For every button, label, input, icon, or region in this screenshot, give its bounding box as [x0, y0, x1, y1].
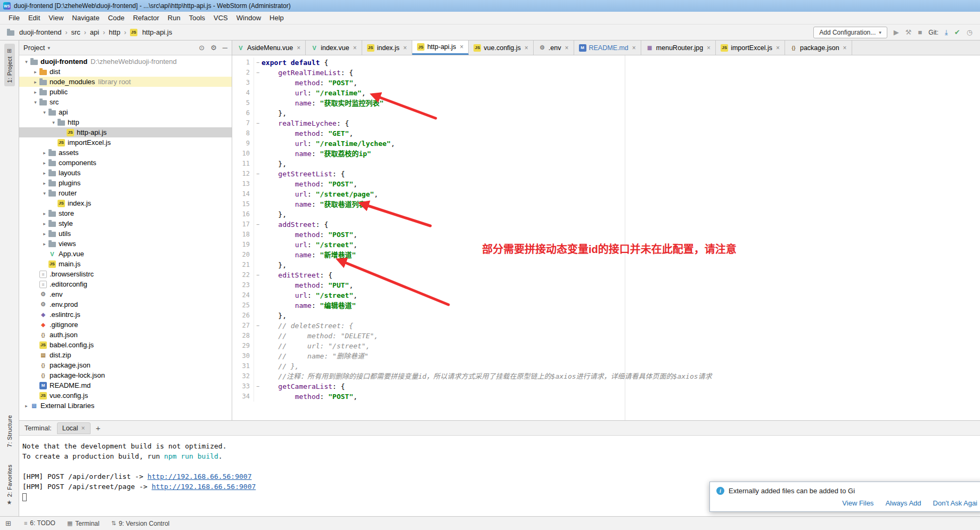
stop-icon[interactable]: ■	[918, 28, 922, 36]
menu-file[interactable]: File	[4, 12, 24, 23]
tab-http-api-js[interactable]: JShttp-api.js×	[412, 40, 469, 55]
breadcrumb-http[interactable]: http	[107, 27, 122, 37]
tree-item-env-prod[interactable]: ⚙.env.prod	[19, 299, 232, 309]
fold-marker-icon[interactable]: −	[254, 381, 262, 392]
git-commit-icon[interactable]: ✔	[954, 28, 960, 36]
tree-item-vue-config-js[interactable]: JSvue.config.js	[19, 390, 232, 401]
tree-item-external-libraries[interactable]: ▸▤External Libraries	[19, 401, 232, 411]
chevron-expanded-icon[interactable]: ▾	[31, 100, 39, 105]
terminal-tab-local[interactable]: Local ×	[57, 422, 91, 434]
tab-index-vue[interactable]: Vindex.vue×	[306, 40, 362, 55]
tree-item-assets[interactable]: ▸assets	[19, 148, 232, 158]
fold-marker-icon[interactable]: −	[254, 58, 262, 68]
breadcrumb-duoji-frontend[interactable]: duoji-frontend	[5, 27, 63, 37]
statusbar-6-todo[interactable]: ≡6: TODO	[24, 519, 55, 527]
tree-item-babel-config-js[interactable]: JSbabel.config.js	[19, 340, 232, 350]
breadcrumb-src[interactable]: src	[70, 27, 82, 37]
close-icon[interactable]: ×	[707, 44, 710, 52]
tree-item-editorconfig[interactable]: ≡.editorconfig	[19, 279, 232, 289]
breadcrumb-api[interactable]: api	[88, 27, 101, 37]
tree-item-http[interactable]: ▾http	[19, 117, 232, 127]
fold-marker-icon[interactable]: −	[254, 219, 262, 230]
menu-run[interactable]: Run	[164, 12, 185, 23]
tree-item-plugins[interactable]: ▸plugins	[19, 178, 232, 188]
code-editor[interactable]: 1−export default {2− getRealTimeList: {3…	[232, 55, 980, 420]
menu-tools[interactable]: Tools	[185, 12, 209, 23]
tree-item-readme-md[interactable]: MREADME.md	[19, 380, 232, 390]
build-icon[interactable]: ⚒	[905, 28, 912, 36]
menu-code[interactable]: Code	[104, 12, 129, 23]
chevron-collapsed-icon[interactable]: ▸	[31, 89, 39, 95]
fold-marker-icon[interactable]: −	[254, 169, 262, 179]
project-panel-title[interactable]: Project ▾	[23, 44, 50, 52]
close-icon[interactable]: ×	[403, 44, 407, 52]
tree-item-browserslistrc[interactable]: ≡.browserslistrc	[19, 269, 232, 279]
tab-env[interactable]: ⚙.env×	[534, 40, 574, 55]
chevron-collapsed-icon[interactable]: ▸	[31, 69, 39, 75]
tree-item-index-js[interactable]: JSindex.js	[19, 198, 232, 208]
close-icon[interactable]: ×	[632, 44, 636, 52]
chevron-expanded-icon[interactable]: ▾	[40, 191, 48, 196]
chevron-collapsed-icon[interactable]: ▸	[40, 160, 48, 166]
locate-file-icon[interactable]: ⊙	[199, 44, 205, 52]
tree-item-components[interactable]: ▸components	[19, 158, 232, 168]
chevron-collapsed-icon[interactable]: ▸	[40, 241, 48, 247]
tree-item-env[interactable]: ⚙.env	[19, 289, 232, 299]
chevron-expanded-icon[interactable]: ▾	[22, 59, 30, 64]
tree-item-views[interactable]: ▸views	[19, 239, 232, 249]
tree-item-dist[interactable]: ▸dist	[19, 67, 232, 77]
tab-asidemenu-vue[interactable]: VAsideMenu.vue×	[232, 40, 306, 55]
menu-refactor[interactable]: Refactor	[129, 12, 164, 23]
notification-action-view-files[interactable]: View Files	[842, 499, 873, 507]
tab-index-js[interactable]: JSindex.js×	[362, 40, 412, 55]
close-icon[interactable]: ×	[460, 43, 463, 51]
menu-vcs[interactable]: VCS	[209, 12, 232, 23]
fold-marker-icon[interactable]: −	[254, 68, 262, 78]
tree-item-package-lock-json[interactable]: {}package-lock.json	[19, 370, 232, 380]
chevron-collapsed-icon[interactable]: ▸	[40, 221, 48, 226]
fold-marker-icon[interactable]: −	[254, 321, 262, 331]
tree-item-auth-json[interactable]: {}auth.json	[19, 330, 232, 340]
tree-item-eslintrc-js[interactable]: ◆.eslintrc.js	[19, 309, 232, 320]
close-icon[interactable]: ×	[297, 44, 300, 52]
fold-marker-icon[interactable]: −	[254, 270, 262, 280]
close-icon[interactable]: ×	[565, 44, 568, 52]
menu-edit[interactable]: Edit	[24, 12, 44, 23]
chevron-expanded-icon[interactable]: ▾	[50, 120, 58, 125]
tree-item-utils[interactable]: ▸utils	[19, 229, 232, 239]
tool-stripe-project-button[interactable]: ⊞ 1: Project	[4, 44, 15, 86]
tree-item-public[interactable]: ▸public	[19, 87, 232, 97]
toolwindow-switcher-icon[interactable]: ⊞	[5, 519, 11, 527]
notification-action-don-t-ask-agai[interactable]: Don't Ask Agai	[933, 499, 977, 507]
settings-gear-icon[interactable]: ⚙	[210, 44, 217, 52]
tree-item-http-api-js[interactable]: JShttp-api.js	[19, 127, 232, 137]
menu-view[interactable]: View	[44, 12, 68, 23]
menu-help[interactable]: Help	[265, 12, 288, 23]
tree-item-app-vue[interactable]: VApp.vue	[19, 249, 232, 259]
close-icon[interactable]: ×	[776, 44, 780, 52]
hide-panel-icon[interactable]: ─	[223, 44, 227, 52]
terminal-link[interactable]: http://192.168.66.56:9007	[152, 483, 256, 491]
tree-item-style[interactable]: ▸style	[19, 218, 232, 229]
tree-item-importexcel-js[interactable]: JSimportExcel.js	[19, 137, 232, 148]
chevron-collapsed-icon[interactable]: ▸	[40, 181, 48, 186]
tree-item-api[interactable]: ▾api	[19, 107, 232, 117]
close-icon[interactable]: ×	[525, 44, 528, 52]
tool-stripe-favorites-button[interactable]: 2: Favorites ★	[4, 461, 15, 510]
chevron-collapsed-icon[interactable]: ▸	[22, 403, 30, 409]
chevron-collapsed-icon[interactable]: ▸	[40, 170, 48, 176]
terminal-link[interactable]: http://192.168.66.56:9007	[148, 472, 252, 480]
close-icon[interactable]: ×	[353, 44, 357, 52]
chevron-collapsed-icon[interactable]: ▸	[31, 79, 39, 85]
tree-item-node-modules[interactable]: ▸node_moduleslibrary root	[19, 77, 232, 87]
close-icon[interactable]: ×	[843, 44, 847, 52]
tab-readme-md[interactable]: MREADME.md×	[574, 40, 641, 55]
chevron-collapsed-icon[interactable]: ▸	[40, 231, 48, 237]
tree-item-router[interactable]: ▾router	[19, 188, 232, 198]
run-icon[interactable]: ▶	[894, 28, 899, 36]
tool-stripe-structure-button[interactable]: 7: Structure	[4, 411, 15, 451]
tree-item-duoji-frontend[interactable]: ▾duoji-frontendD:\zheheWeb\duoji-fronten…	[19, 56, 232, 67]
chevron-expanded-icon[interactable]: ▾	[40, 110, 48, 115]
chevron-collapsed-icon[interactable]: ▸	[40, 211, 48, 216]
tree-item-store[interactable]: ▸store	[19, 208, 232, 218]
